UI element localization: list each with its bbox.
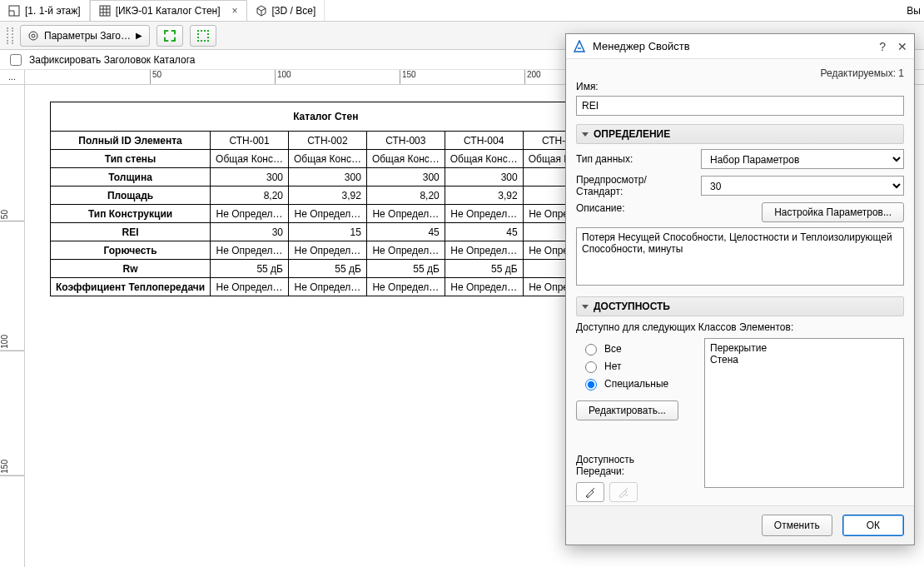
description-label: Описание:: [576, 202, 693, 214]
radio-special[interactable]: Специальные: [581, 376, 693, 390]
table-cell[interactable]: СТН-003: [366, 132, 445, 150]
table-cell[interactable]: Общая Конс…: [289, 150, 367, 168]
datatype-select[interactable]: Набор Параметров: [701, 149, 904, 169]
table-cell[interactable]: 55 дБ: [445, 260, 523, 278]
table-cell[interactable]: СТН-001: [211, 132, 289, 150]
row-header: Тип Конструкции: [51, 205, 211, 223]
table-cell[interactable]: Не Определ…: [366, 205, 445, 223]
table-cell[interactable]: Не Определ…: [289, 205, 367, 223]
row-header: Rw: [51, 260, 211, 278]
table-cell[interactable]: 8,20: [211, 187, 289, 205]
tab-3d[interactable]: [3D / Все]: [247, 0, 325, 21]
checkbox-label: Зафиксировать Заголовок Каталога: [29, 54, 195, 66]
ruler-corner[interactable]: ...: [0, 70, 25, 85]
table-title: Каталог Стен: [51, 102, 602, 132]
dialog-titlebar[interactable]: Менеджер Свойств ? ✕: [566, 34, 914, 59]
ruler-tick: 100: [0, 335, 24, 351]
list-item[interactable]: Стена: [710, 354, 898, 366]
section-availability[interactable]: ДОСТУПНОСТЬ: [576, 296, 904, 316]
table-cell[interactable]: Не Определ…: [445, 241, 523, 260]
table-cell[interactable]: СТН-004: [445, 132, 523, 150]
fit-button-2[interactable]: [190, 25, 216, 47]
tab-label: [3D / Все]: [272, 5, 316, 17]
editable-count: Редактируемых: 1: [576, 67, 904, 79]
fix-header-checkbox[interactable]: [10, 54, 22, 66]
cutoff-text: Вы: [903, 5, 924, 17]
help-icon[interactable]: ?: [879, 40, 886, 53]
section-label: ДОСТУПНОСТЬ: [594, 301, 670, 312]
datatype-label: Тип данных:: [576, 153, 693, 165]
name-input[interactable]: [576, 96, 904, 116]
table-cell[interactable]: Не Определ…: [445, 278, 523, 296]
table-cell[interactable]: Общая Конс…: [445, 150, 523, 168]
ok-button[interactable]: ОК: [842, 515, 904, 536]
grip-icon[interactable]: [7, 27, 13, 44]
cancel-button[interactable]: Отменить: [762, 515, 832, 536]
pipette-apply-button[interactable]: [609, 482, 638, 502]
preview-select[interactable]: 30: [701, 176, 904, 196]
table-cell[interactable]: СТН-002: [289, 132, 367, 150]
table-cell[interactable]: 300: [445, 168, 523, 187]
plan-icon: [8, 5, 20, 17]
table-cell[interactable]: 300: [211, 168, 289, 187]
edit-classes-button[interactable]: Редактировать...: [576, 400, 678, 420]
table-cell[interactable]: 15: [289, 223, 367, 241]
classes-listbox[interactable]: Перекрытие Стена: [704, 338, 904, 488]
table-cell[interactable]: 300: [289, 168, 367, 187]
frame-icon: [164, 30, 176, 42]
table-cell[interactable]: 300: [366, 168, 445, 187]
pipette-pick-button[interactable]: [576, 482, 604, 502]
row-header: Толщина: [51, 168, 211, 187]
close-icon[interactable]: ✕: [897, 40, 907, 53]
table-cell[interactable]: Не Определ…: [211, 205, 289, 223]
description-textarea[interactable]: Потеря Несущей Способности, Целостности …: [576, 227, 904, 286]
table-cell[interactable]: Не Определ…: [445, 205, 523, 223]
table-cell[interactable]: Не Определ…: [289, 278, 367, 296]
table-cell[interactable]: Не Определ…: [211, 241, 289, 260]
app-logo-icon: [573, 40, 586, 53]
preview-label: Предпросмотр/Стандарт:: [576, 174, 693, 197]
row-header: Коэффициент Теплопередачи: [51, 278, 211, 296]
radio-all[interactable]: Все: [581, 341, 693, 356]
table-cell[interactable]: 55 дБ: [366, 260, 445, 278]
row-header: Тип стены: [51, 150, 211, 168]
table-cell[interactable]: 55 дБ: [289, 260, 367, 278]
configure-params-button[interactable]: Настройка Параметров...: [762, 202, 904, 222]
table-cell[interactable]: 45: [366, 223, 445, 241]
section-definition[interactable]: ОПРЕДЕЛЕНИЕ: [576, 124, 904, 144]
radio-none[interactable]: Нет: [581, 359, 693, 373]
list-item[interactable]: Перекрытие: [710, 342, 898, 354]
row-header: Полный ID Элемента: [51, 132, 211, 150]
table-cell[interactable]: 30: [211, 223, 289, 241]
property-manager-dialog: Менеджер Свойств ? ✕ Редактируемых: 1 Им…: [565, 33, 915, 545]
table-cell[interactable]: Не Определ…: [289, 241, 367, 260]
table-cell[interactable]: Не Определ…: [211, 278, 289, 296]
transfer-label-1: Доступность: [576, 454, 693, 465]
table-cell[interactable]: 3,92: [445, 187, 523, 205]
ruler-tick: 50: [150, 70, 161, 84]
vertical-ruler[interactable]: 50 100 150: [0, 85, 25, 567]
ruler-tick: 150: [400, 70, 416, 84]
table-cell[interactable]: Не Определ…: [366, 241, 445, 260]
header-params-button[interactable]: Параметры Заго… ▶: [20, 25, 150, 47]
table-cell[interactable]: 45: [445, 223, 523, 241]
tab-catalog[interactable]: [ИКЭ-01 Каталог Стен] ×: [90, 0, 247, 21]
table-cell[interactable]: 3,92: [289, 187, 367, 205]
tab-floor1[interactable]: [1. 1-й этаж]: [0, 0, 90, 21]
table-cell[interactable]: Не Определ…: [366, 278, 445, 296]
table-cell[interactable]: Общая Конс…: [211, 150, 289, 168]
fit-button-1[interactable]: [156, 25, 183, 47]
table-cell[interactable]: Общая Конс…: [366, 150, 445, 168]
cube-icon: [256, 5, 267, 17]
svg-point-8: [29, 32, 37, 40]
svg-rect-3: [100, 6, 110, 16]
table-cell[interactable]: 55 дБ: [211, 260, 289, 278]
dialog-footer: Отменить ОК: [566, 505, 914, 545]
ruler-tick: 100: [275, 70, 291, 84]
close-icon[interactable]: ×: [232, 5, 238, 17]
name-label: Имя:: [576, 81, 904, 92]
dialog-title: Менеджер Свойств: [593, 40, 690, 52]
chevron-right-icon: ▶: [136, 31, 142, 40]
table-cell[interactable]: 8,20: [366, 187, 445, 205]
section-label: ОПРЕДЕЛЕНИЕ: [594, 128, 670, 140]
